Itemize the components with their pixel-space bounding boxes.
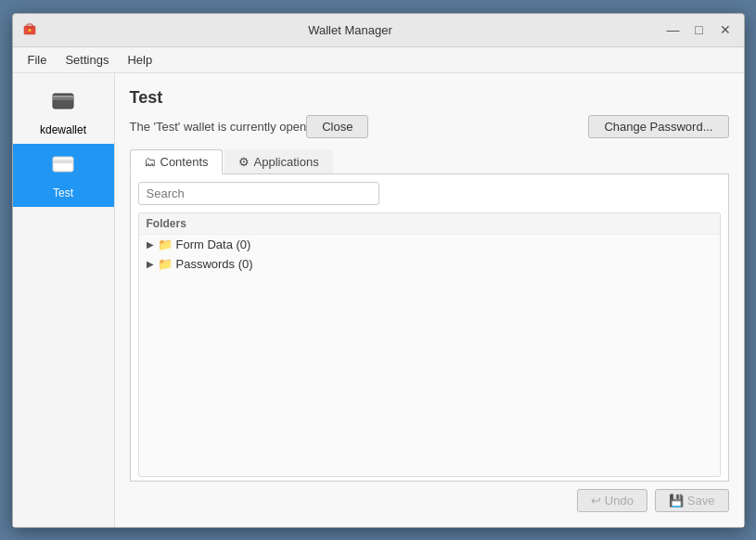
contents-tab-icon: 🗂 [144, 155, 156, 169]
folder-name-form-data: Form Data (0) [176, 238, 251, 251]
wallet-status-bar: The 'Test' wallet is currently open Clos… [130, 115, 729, 138]
tab-panel: Folders ▶ 📁 Form Data (0) ▶ 📁 Passwords … [130, 174, 729, 482]
sidebar: kdewallet Test [13, 73, 115, 527]
app-icon [20, 20, 39, 39]
sidebar-label-test: Test [53, 186, 73, 199]
folder-item-form-data[interactable]: ▶ 📁 Form Data (0) [139, 235, 720, 254]
save-icon: 💾 [669, 494, 684, 508]
content-area: Test The 'Test' wallet is currently open… [115, 73, 744, 527]
chevron-icon-form-data: ▶ [147, 239, 154, 250]
window-controls: — □ ✕ [662, 19, 737, 41]
folder-item-passwords[interactable]: ▶ 📁 Passwords (0) [139, 254, 720, 274]
applications-tab-icon: ⚙ [238, 155, 250, 169]
folder-icon-passwords: 📁 [158, 257, 173, 271]
minimize-button[interactable]: — [662, 19, 685, 41]
close-wallet-button[interactable]: Close [306, 115, 368, 138]
save-label: Save [687, 494, 715, 508]
tab-contents[interactable]: 🗂 Contents [130, 149, 223, 174]
search-input[interactable] [138, 182, 379, 205]
save-button[interactable]: 💾 Save [655, 489, 729, 512]
tab-contents-label: Contents [160, 155, 209, 169]
change-password-button[interactable]: Change Password... [588, 115, 728, 138]
tab-applications-label: Applications [254, 155, 319, 169]
tab-applications[interactable]: ⚙ Applications [224, 149, 333, 174]
chevron-icon-passwords: ▶ [147, 259, 154, 269]
search-container [131, 174, 728, 209]
sidebar-item-kdewallet[interactable]: kdewallet [13, 81, 114, 144]
undo-label: Undo [605, 494, 634, 508]
undo-button[interactable]: ↩ Undo [577, 489, 647, 512]
folders-panel: Folders ▶ 📁 Form Data (0) ▶ 📁 Passwords … [138, 212, 721, 477]
undo-icon: ↩ [591, 494, 601, 508]
wallet-status-text: The 'Test' wallet is currently open [130, 120, 307, 134]
menu-help[interactable]: Help [120, 51, 160, 69]
menu-file[interactable]: File [20, 51, 55, 69]
svg-rect-8 [53, 159, 73, 161]
main-layout: kdewallet Test Test The 'Test' wallet is… [13, 73, 744, 527]
folder-icon-form-data: 📁 [158, 238, 173, 251]
svg-point-2 [28, 29, 31, 32]
maximize-button[interactable]: □ [688, 19, 711, 41]
tabs: 🗂 Contents ⚙ Applications [130, 149, 729, 174]
bottom-bar: ↩ Undo 💾 Save [130, 482, 729, 512]
test-wallet-icon [50, 151, 76, 183]
svg-rect-5 [53, 96, 73, 97]
folder-name-passwords: Passwords (0) [176, 257, 253, 271]
window-title: Wallet Manager [39, 23, 662, 37]
close-button[interactable]: ✕ [714, 19, 737, 41]
status-actions: Close [306, 115, 368, 138]
main-window: Wallet Manager — □ ✕ File Settings Help [12, 13, 745, 528]
menu-settings[interactable]: Settings [58, 51, 116, 69]
sidebar-item-test[interactable]: Test [13, 144, 114, 207]
wallet-icon [50, 88, 76, 120]
folders-header: Folders [139, 213, 720, 235]
titlebar: Wallet Manager — □ ✕ [13, 14, 744, 47]
menubar: File Settings Help [13, 47, 744, 73]
page-title: Test [130, 88, 729, 108]
sidebar-label-kdewallet: kdewallet [40, 123, 86, 136]
